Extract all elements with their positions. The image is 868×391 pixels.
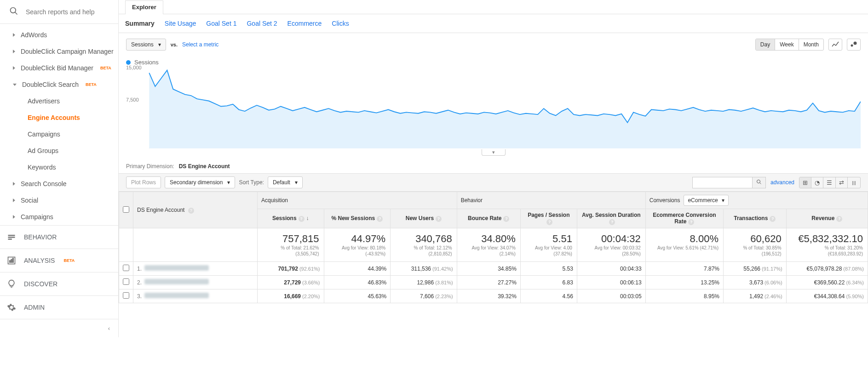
column-header[interactable]: % New Sessions? — [324, 209, 391, 228]
chevron-icon — [13, 198, 15, 202]
svg-rect-3 — [8, 237, 15, 238]
data-cell: 13.25% — [645, 276, 723, 289]
row-checkbox[interactable] — [123, 265, 129, 271]
sidebar-item-doubleclick-search[interactable]: DoubleClick SearchBETA — [0, 76, 118, 93]
tab-explorer[interactable]: Explorer — [125, 0, 163, 14]
sidebar-item-doubleclick-campaign-manager[interactable]: DoubleClick Campaign Manager — [0, 43, 118, 60]
sidebar-item-campaigns[interactable]: Campaigns — [0, 209, 118, 225]
data-cell: 46.83% — [324, 276, 391, 289]
sidebar-item-adwords[interactable]: AdWords — [0, 27, 118, 43]
sidebar-subitem-keywords[interactable]: Keywords — [0, 159, 118, 176]
behavior-icon — [6, 232, 17, 242]
table-filter-search-button[interactable] — [752, 177, 766, 188]
help-icon[interactable]: ? — [770, 216, 776, 222]
select-metric-link[interactable]: Select a metric — [182, 41, 218, 48]
table-filter-input[interactable] — [692, 177, 752, 188]
column-header[interactable]: Bounce Rate? — [457, 209, 520, 228]
row-checkbox[interactable] — [123, 278, 129, 285]
granularity-week[interactable]: Week — [775, 39, 799, 50]
collapse-sidebar-icon[interactable]: ‹ — [108, 325, 110, 332]
account-name-redacted[interactable] — [144, 293, 209, 298]
help-icon[interactable]: ? — [188, 208, 194, 214]
account-name-redacted[interactable] — [144, 265, 209, 271]
sort-type-label: Sort Type: — [239, 179, 264, 186]
select-all-checkbox[interactable] — [123, 206, 129, 213]
chevron-icon — [13, 215, 15, 219]
data-cell: €369,560.22(6.34%) — [786, 276, 868, 289]
sidebar-subitem-advertisers[interactable]: Advertisers — [0, 93, 118, 109]
granularity-month[interactable]: Month — [799, 39, 823, 50]
help-icon[interactable]: ? — [546, 219, 552, 225]
column-header[interactable]: New Users? — [391, 209, 457, 228]
nav-section-label: BEHAVIOR — [24, 233, 57, 241]
sidebar-item-label: DoubleClick Bid Manager — [21, 64, 93, 72]
column-header[interactable]: Avg. Session Duration? — [577, 209, 645, 228]
sidebar-item-label: DoubleClick Search — [22, 81, 79, 88]
svg-point-10 — [854, 42, 857, 45]
secondary-dimension-select[interactable]: Secondary dimension▾ — [165, 176, 235, 188]
nav-section-behavior[interactable]: BEHAVIOR — [0, 225, 118, 249]
data-cell: 12,986(3.81%) — [391, 276, 457, 289]
subtab-goal-set-2[interactable]: Goal Set 2 — [247, 20, 277, 27]
data-cell: 5.53 — [520, 262, 577, 276]
chevron-icon — [13, 66, 15, 70]
sidebar-item-label: Social — [21, 197, 38, 204]
column-header[interactable]: Ecommerce Conversion Rate? — [645, 209, 723, 228]
subtab-clicks[interactable]: Clicks — [332, 20, 349, 27]
view-performance-icon[interactable]: ☰ — [823, 177, 836, 188]
subtab-ecommerce[interactable]: Ecommerce — [287, 20, 322, 27]
help-icon[interactable]: ? — [688, 219, 694, 225]
help-icon[interactable]: ? — [609, 219, 615, 225]
column-header[interactable]: Transactions? — [724, 209, 787, 228]
sidebar-item-label: Campaigns — [21, 213, 53, 221]
chart-expand-toggle[interactable]: ▾ — [482, 149, 506, 156]
metric-select[interactable]: Sessions▾ — [126, 39, 166, 51]
sidebar-item-search-console[interactable]: Search Console — [0, 176, 118, 192]
sidebar-subitem-ad-groups[interactable]: Ad Groups — [0, 142, 118, 159]
chevron-down-icon: ▾ — [158, 41, 161, 48]
summary-cell: 60,620% of Total: 30.85% (196,512) — [724, 228, 787, 262]
summary-cell: €5,832,332.10% of Total: 31.20% (€18,693… — [786, 228, 868, 262]
column-header[interactable]: Sessions?↓ — [258, 209, 324, 228]
svg-rect-6 — [10, 261, 11, 262]
column-header[interactable]: Revenue? — [786, 209, 868, 228]
chart-type-line-icon[interactable] — [828, 39, 842, 51]
help-icon[interactable]: ? — [377, 216, 383, 222]
data-cell: 00:06:13 — [577, 276, 645, 289]
subtab-goal-set-1[interactable]: Goal Set 1 — [206, 20, 236, 27]
subtab-summary[interactable]: Summary — [125, 20, 155, 27]
view-pivot-icon[interactable]: ⫼ — [848, 177, 860, 188]
view-pie-icon[interactable]: ◔ — [811, 177, 823, 188]
granularity-day[interactable]: Day — [756, 39, 775, 50]
search-input[interactable] — [26, 8, 110, 16]
primary-dimension-value[interactable]: DS Engine Account — [179, 163, 230, 170]
nav-section-label: DISCOVER — [24, 280, 57, 288]
subtab-site-usage[interactable]: Site Usage — [165, 20, 196, 27]
help-icon[interactable]: ? — [299, 216, 305, 222]
view-comparison-icon[interactable]: ⇄ — [836, 177, 848, 188]
chart-type-motion-icon[interactable] — [847, 39, 861, 51]
plot-rows-button: Plot Rows — [126, 176, 161, 188]
view-table-icon[interactable]: ⊞ — [799, 177, 811, 188]
help-icon[interactable]: ? — [503, 216, 509, 222]
nav-section-label: ADMIN — [24, 304, 45, 311]
account-name-redacted[interactable] — [144, 279, 209, 284]
help-icon[interactable]: ? — [836, 216, 842, 222]
dimension-column-header[interactable]: DS Engine Account — [137, 207, 184, 213]
help-icon[interactable]: ? — [436, 216, 442, 222]
row-checkbox[interactable] — [123, 292, 129, 299]
sidebar-item-label: AdWords — [21, 31, 47, 39]
nav-section-analysis[interactable]: ANALYSISBETA — [0, 249, 118, 272]
column-header[interactable]: Pages / Session? — [520, 209, 577, 228]
sort-type-select[interactable]: Default▾ — [268, 176, 303, 188]
sidebar-subitem-engine-accounts[interactable]: Engine Accounts — [0, 109, 118, 126]
sidebar-subitem-campaigns[interactable]: Campaigns — [0, 126, 118, 142]
sidebar-item-social[interactable]: Social — [0, 192, 118, 209]
nav-section-admin[interactable]: ADMIN — [0, 295, 118, 319]
admin-icon — [6, 302, 17, 312]
conversions-select[interactable]: eCommerce▾ — [684, 195, 728, 206]
advanced-filter-link[interactable]: advanced — [770, 179, 794, 186]
nav-section-discover[interactable]: DISCOVER — [0, 272, 118, 295]
sidebar-item-doubleclick-bid-manager[interactable]: DoubleClick Bid ManagerBETA — [0, 60, 118, 76]
primary-dimension-label: Primary Dimension: — [126, 163, 174, 170]
